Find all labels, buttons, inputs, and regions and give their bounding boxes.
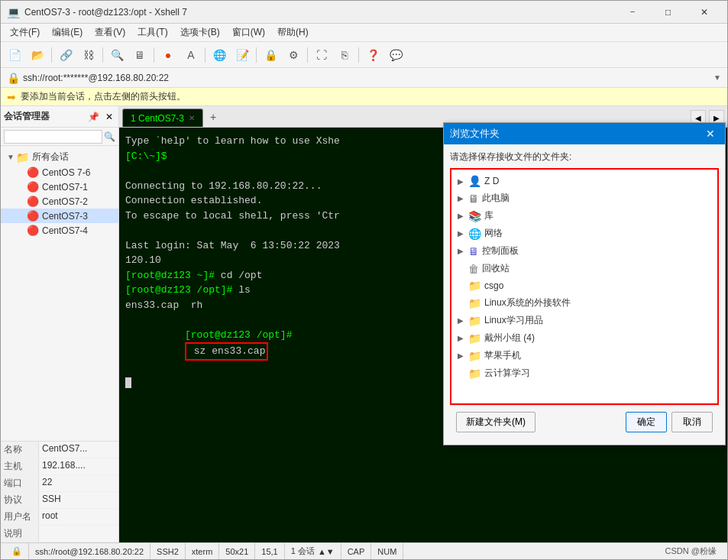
status-ssh: ssh://root@192.168.80.20:22 bbox=[29, 543, 150, 559]
menu-file[interactable]: 文件(F) bbox=[4, 24, 46, 40]
cancel-btn[interactable]: 取消 bbox=[671, 412, 713, 432]
close-button[interactable]: ✕ bbox=[687, 4, 721, 21]
toolbar-search[interactable]: 🔍 bbox=[106, 45, 128, 65]
toolbar-disconnect[interactable]: ⛓ bbox=[78, 45, 99, 65]
toolbar-sep2 bbox=[102, 47, 103, 63]
prop-username-row: 用户名 root bbox=[1, 509, 118, 526]
session-label-2: CentOS7-2 bbox=[42, 196, 88, 207]
dialog-tree-item-0[interactable]: ▶ 👤 Z D bbox=[455, 173, 714, 189]
dialog-item-label-2: 库 bbox=[484, 209, 493, 222]
dialog-body: 请选择保存接收文件的文件夹: ▶ 👤 Z D ▶ 🖥 此电脑 ▶ 📚 库 bbox=[444, 144, 725, 445]
dialog-item-label-5: 回收站 bbox=[482, 262, 510, 275]
dialog-tree-area[interactable]: ▶ 👤 Z D ▶ 🖥 此电脑 ▶ 📚 库 ▶ 🌐 网络 bbox=[450, 168, 719, 405]
session-label-4: CentOS7-4 bbox=[42, 225, 88, 236]
sidebar-item-centos72[interactable]: 🔴 CentOS7-2 bbox=[1, 194, 118, 209]
session-icon-4: 🔴 bbox=[27, 225, 39, 236]
prop-notes-key: 说明 bbox=[1, 526, 39, 542]
folder-icon-7: 📁 bbox=[468, 297, 481, 309]
tree-nochild-icon-4 bbox=[16, 225, 27, 236]
folder-icon: 📁 bbox=[16, 151, 29, 163]
toolbar-script[interactable]: 📝 bbox=[231, 45, 253, 65]
sidebar-item-centos74[interactable]: 🔴 CentOS7-4 bbox=[1, 223, 118, 238]
dialog-tree-item-2[interactable]: ▶ 📚 库 bbox=[455, 207, 714, 225]
term-prompt-1: [C:\~]$ bbox=[125, 151, 167, 162]
toolbar-transfer[interactable]: 🖥 bbox=[129, 45, 150, 65]
dialog-tree-item-7[interactable]: 📁 Linux系统的外接软件 bbox=[455, 294, 714, 312]
menu-bar: 文件(F) 编辑(E) 查看(V) 工具(T) 选项卡(B) 窗口(W) 帮助(… bbox=[1, 24, 727, 42]
dialog-tree-item-10[interactable]: ▶ 📁 苹果手机 bbox=[455, 347, 714, 364]
toolbar-color[interactable]: ● bbox=[157, 45, 179, 65]
toolbar-help[interactable]: ❓ bbox=[362, 45, 383, 65]
sidebar-pin-btn[interactable]: 📌 bbox=[86, 112, 102, 122]
prop-port-val: 22 bbox=[39, 475, 118, 491]
menu-help[interactable]: 帮助(H) bbox=[271, 24, 315, 40]
sidebar-item-centos71[interactable]: 🔴 CentOS7-1 bbox=[1, 180, 118, 194]
dialog-item-label-4: 控制面板 bbox=[482, 244, 519, 257]
menu-edit[interactable]: 编辑(E) bbox=[46, 24, 89, 40]
dialog-tree-item-11[interactable]: 📁 云计算学习 bbox=[455, 364, 714, 382]
app-icon: 💻 bbox=[7, 6, 20, 18]
dialog-description: 请选择保存接收文件的文件夹: bbox=[450, 151, 719, 163]
sidebar-close-btn[interactable]: ✕ bbox=[103, 112, 115, 122]
sidebar-search-input[interactable] bbox=[4, 130, 102, 144]
sidebar-title: 会话管理器 bbox=[4, 110, 50, 123]
prop-name-val: CentOS7... bbox=[39, 442, 118, 458]
dialog-tree-item-9[interactable]: ▶ 📁 戴州小组 (4) bbox=[455, 329, 714, 347]
toolbar-gear[interactable]: ⚙ bbox=[283, 45, 304, 65]
toolbar-connect[interactable]: 🔗 bbox=[55, 45, 76, 65]
dialog-tree-item-1[interactable]: ▶ 🖥 此电脑 bbox=[455, 189, 714, 207]
toolbar-chat[interactable]: 💬 bbox=[385, 45, 406, 65]
toolbar-lock[interactable]: 🔒 bbox=[260, 45, 281, 65]
dialog-tree-item-5[interactable]: 🗑 回收站 bbox=[455, 260, 714, 277]
address-bar: 🔒 ssh://root:*******@192.168.80.20:22 ▼ bbox=[1, 68, 727, 88]
menu-tab[interactable]: 选项卡(B) bbox=[174, 24, 226, 40]
dialog-tree-item-3[interactable]: ▶ 🌐 网络 bbox=[455, 225, 714, 242]
tab-centos73[interactable]: 1 CentOS7-3 ✕ bbox=[122, 108, 203, 127]
toolbar-fullscreen[interactable]: ⛶ bbox=[311, 45, 332, 65]
dialog-close-btn[interactable]: ✕ bbox=[702, 125, 719, 142]
menu-view[interactable]: 查看(V) bbox=[89, 24, 131, 40]
address-dropdown[interactable]: ▼ bbox=[713, 73, 721, 82]
ok-btn[interactable]: 确定 bbox=[626, 412, 667, 432]
tree-arrow-8: ▶ bbox=[458, 316, 468, 325]
dialog-tree-item-4[interactable]: ▶ 🖥 控制面板 bbox=[455, 242, 714, 260]
tree-arrow-4: ▶ bbox=[458, 247, 468, 255]
tab-close-btn[interactable]: ✕ bbox=[189, 114, 195, 122]
maximize-button[interactable]: □ bbox=[651, 4, 685, 21]
sidebar-all-sessions[interactable]: ▼ 📁 所有会话 bbox=[1, 149, 118, 165]
status-num: NUM bbox=[371, 543, 403, 559]
dialog-tree-item-8[interactable]: ▶ 📁 Linux学习用品 bbox=[455, 312, 714, 329]
toolbar-copy[interactable]: ⎘ bbox=[334, 45, 355, 65]
status-size: 50x21 bbox=[219, 543, 255, 559]
dialog-item-label-6: csgo bbox=[484, 280, 503, 291]
prop-protocol-key: 协议 bbox=[1, 492, 39, 508]
term-prompt-11: [root@dz123 /opt]# bbox=[185, 329, 292, 341]
sidebar-item-centos76[interactable]: 🔴 CentOS 7-6 bbox=[1, 165, 118, 180]
dialog-item-label-7: Linux系统的外接软件 bbox=[484, 296, 571, 309]
toolbar: 📄 📂 🔗 ⛓ 🔍 🖥 ● A 🌐 📝 🔒 ⚙ ⛶ ⎘ ❓ 💬 bbox=[1, 42, 727, 68]
toolbar-font[interactable]: A bbox=[180, 45, 202, 65]
network-icon-3: 🌐 bbox=[468, 228, 481, 240]
prop-port-row: 端口 22 bbox=[1, 475, 118, 492]
folder-icon-6: 📁 bbox=[468, 280, 481, 292]
menu-window[interactable]: 窗口(W) bbox=[226, 24, 271, 40]
dialog-item-label-1: 此电脑 bbox=[482, 192, 510, 205]
minimize-button[interactable]: － bbox=[615, 4, 649, 21]
arrow-right-icon: ➡ bbox=[7, 91, 16, 103]
toolbar-globe[interactable]: 🌐 bbox=[209, 45, 230, 65]
session-label-0: CentOS 7-6 bbox=[42, 167, 90, 178]
status-encoding: SSH2 bbox=[150, 543, 186, 559]
tab-add-btn[interactable]: + bbox=[205, 108, 222, 125]
dialog-item-label-9: 戴州小组 (4) bbox=[484, 332, 535, 345]
sidebar-toolbar: 会话管理器 📌 ✕ bbox=[1, 106, 118, 128]
sidebar-item-centos73[interactable]: 🔴 CentOS7-3 bbox=[1, 209, 118, 223]
dialog-tree-item-6[interactable]: 📁 csgo bbox=[455, 277, 714, 294]
toolbar-new[interactable]: 📄 bbox=[4, 45, 25, 65]
computer-icon-1: 🖥 bbox=[468, 193, 479, 205]
toolbar-open[interactable]: 📂 bbox=[27, 45, 48, 65]
status-bar: 🔒 ssh://root@192.168.80.20:22 SSH2 xterm… bbox=[1, 542, 727, 559]
menu-tools[interactable]: 工具(T) bbox=[131, 24, 173, 40]
term-prompt-8: [root@dz123 ~]# bbox=[125, 270, 215, 281]
prop-name-key: 名称 bbox=[1, 442, 39, 458]
new-folder-btn[interactable]: 新建文件夹(M) bbox=[456, 412, 535, 432]
